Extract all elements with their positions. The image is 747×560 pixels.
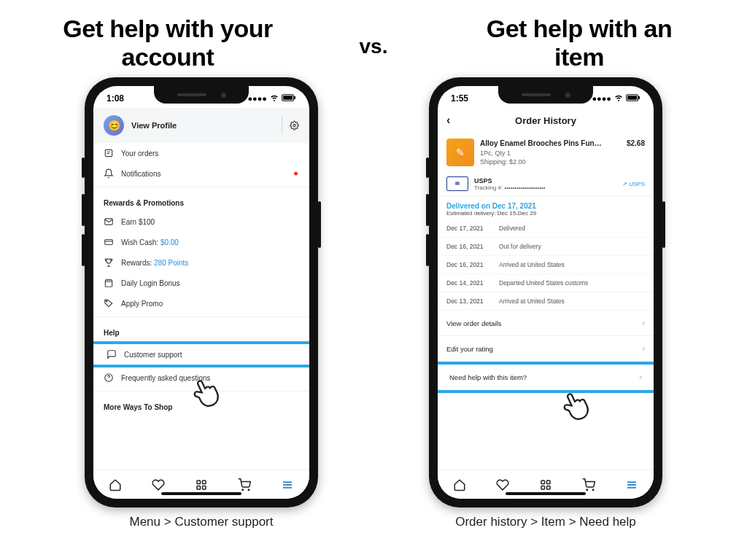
- nav-categories[interactable]: [539, 478, 552, 491]
- menu-label: Apply Promo: [121, 300, 163, 308]
- svg-rect-1: [283, 96, 293, 100]
- orders-icon: [104, 148, 114, 158]
- svg-point-3: [293, 125, 295, 127]
- highlight-need-help: Need help with this item?›: [438, 362, 654, 393]
- product-thumbnail: ✎: [446, 139, 474, 166]
- order-item[interactable]: ✎ Alloy Enamel Brooches Pins Fun… $2.68 …: [438, 133, 654, 172]
- tracking-event: Dec 13, 2021Arrived at United States: [438, 292, 654, 311]
- tracking-event: Dec 16, 2021Arrived at United States: [438, 256, 654, 274]
- phone-left: 1:08 ●●●● 😊: [85, 77, 318, 508]
- bell-icon: [104, 168, 114, 179]
- svg-point-23: [587, 489, 588, 491]
- menu-your-orders[interactable]: Your orders: [93, 143, 309, 163]
- menu-daily-login[interactable]: Daily Login Bonus: [93, 273, 309, 293]
- svg-rect-20: [546, 481, 550, 484]
- profile-header[interactable]: 😊 View Profile: [93, 108, 309, 143]
- settings-button[interactable]: [282, 117, 299, 134]
- svg-rect-22: [546, 486, 550, 489]
- nav-cart[interactable]: [238, 478, 251, 491]
- shipping-block[interactable]: ✉ USPS Tracking #: •••••••••••••••••••• …: [438, 172, 654, 196]
- nav-cart[interactable]: [582, 478, 595, 491]
- menu-earn[interactable]: Earn $100: [93, 211, 309, 232]
- trophy-icon: [104, 257, 114, 268]
- view-profile-label: View Profile: [131, 121, 177, 130]
- menu-wish-cash[interactable]: Wish Cash: $0.00: [93, 232, 309, 252]
- heading-right: Get help with an item: [470, 15, 689, 71]
- svg-rect-12: [197, 486, 201, 489]
- menu-label: Customer support: [124, 351, 182, 359]
- svg-point-15: [248, 489, 249, 491]
- usps-link[interactable]: ↗ USPS: [622, 181, 645, 187]
- svg-rect-6: [105, 240, 113, 245]
- action-label: View order details: [446, 319, 501, 327]
- nav-categories[interactable]: [195, 478, 208, 491]
- nav-menu[interactable]: [281, 478, 294, 491]
- nav-home[interactable]: [453, 478, 466, 491]
- battery-icon: [626, 94, 640, 103]
- action-need-help[interactable]: Need help with this item?›: [438, 365, 654, 390]
- nav-favorites[interactable]: [496, 478, 509, 491]
- chevron-right-icon: ›: [639, 372, 642, 382]
- caption-right: Order history > Item > Need help: [455, 515, 636, 529]
- titlebar: ‹ Order History: [438, 108, 654, 133]
- menu-label: Notifications: [121, 170, 160, 178]
- svg-rect-21: [541, 486, 545, 489]
- mail-icon: [104, 217, 114, 227]
- status-time: 1:08: [107, 93, 124, 104]
- signal-icon: ●●●●: [592, 94, 611, 103]
- menu-notifications[interactable]: Notifications: [93, 163, 309, 184]
- svg-rect-7: [105, 280, 112, 287]
- product-price: $2.68: [627, 139, 645, 149]
- estimated-delivery: Estimated delivery: Dec 15-Dec 29: [446, 210, 645, 217]
- menu-faq[interactable]: Frequently asked questions: [93, 368, 309, 388]
- status-time: 1:55: [451, 93, 468, 104]
- usps-logo: ✉: [446, 176, 468, 191]
- chevron-right-icon: ›: [642, 318, 645, 328]
- battery-icon: [282, 94, 296, 103]
- nav-menu[interactable]: [625, 478, 638, 491]
- wifi-icon: [270, 93, 279, 104]
- wifi-icon: [614, 93, 623, 104]
- carrier-label: USPS: [474, 177, 546, 184]
- calendar-icon: [104, 278, 114, 288]
- svg-rect-18: [638, 96, 640, 99]
- chevron-right-icon: ›: [642, 343, 645, 354]
- menu-label: Rewards: 280 Points: [121, 259, 188, 267]
- action-label: Need help with this item?: [449, 373, 527, 381]
- svg-point-8: [106, 300, 107, 302]
- notification-badge: [294, 172, 298, 176]
- nav-favorites[interactable]: [152, 478, 165, 491]
- menu-label: Daily Login Bonus: [121, 279, 180, 287]
- avatar[interactable]: 😊: [104, 115, 124, 136]
- product-shipping: Shipping: $2.00: [480, 158, 645, 166]
- svg-rect-10: [197, 481, 201, 484]
- nav-home[interactable]: [109, 478, 122, 491]
- highlight-customer-support: Customer support: [93, 341, 309, 368]
- svg-rect-17: [627, 96, 637, 100]
- tracking-event: Dec 14, 2021Departed United States custo…: [438, 274, 654, 292]
- action-view-details[interactable]: View order details›: [438, 311, 654, 336]
- product-qty: 1Pc, Qty 1: [480, 149, 645, 158]
- card-icon: [104, 237, 114, 247]
- back-button[interactable]: ‹: [446, 114, 450, 127]
- caption-left: Menu > Customer support: [129, 515, 273, 529]
- menu-apply-promo[interactable]: Apply Promo: [93, 293, 309, 314]
- chat-icon: [107, 349, 117, 359]
- tracking-event: Dec 17, 2021Delivered: [438, 219, 654, 238]
- section-rewards: Rewards & Promotions: [93, 190, 309, 211]
- tracking-event: Dec 16, 2021Out for delivery: [438, 238, 654, 256]
- svg-point-14: [242, 489, 244, 491]
- help-icon: [104, 373, 114, 383]
- svg-rect-11: [202, 481, 206, 484]
- svg-rect-19: [541, 481, 545, 484]
- menu-label: Wish Cash: $0.00: [121, 238, 179, 246]
- svg-rect-13: [202, 486, 206, 489]
- page-title: Order History: [515, 115, 576, 126]
- vs-label: vs.: [360, 28, 388, 58]
- menu-customer-support[interactable]: Customer support: [93, 344, 309, 365]
- action-edit-rating[interactable]: Edit your rating›: [438, 336, 654, 362]
- tracking-number: Tracking #: ••••••••••••••••••••: [474, 184, 546, 191]
- product-title: Alloy Enamel Brooches Pins Fun…: [480, 139, 602, 149]
- menu-rewards[interactable]: Rewards: 280 Points: [93, 252, 309, 273]
- menu-label: Frequently asked questions: [121, 374, 210, 382]
